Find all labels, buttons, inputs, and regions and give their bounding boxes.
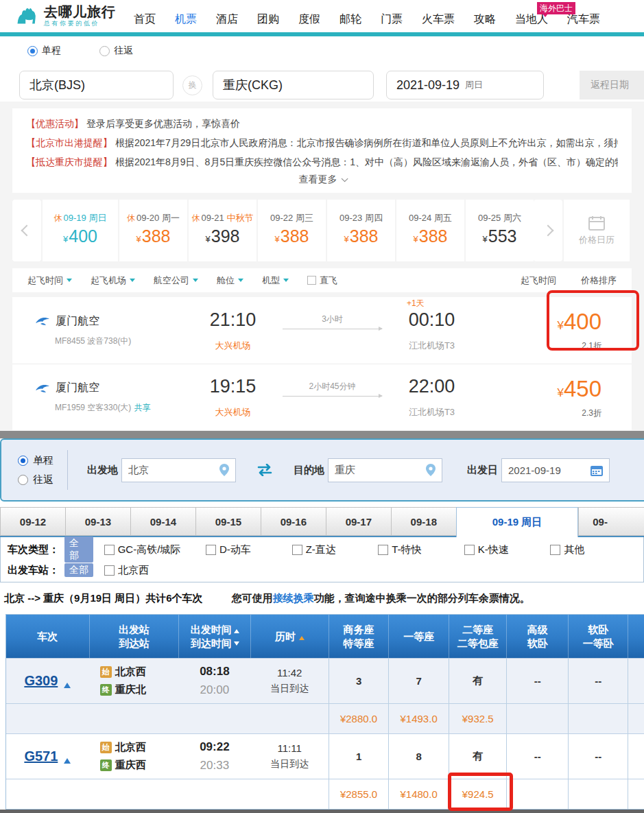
arrival-city-input[interactable]: 重庆(CKG): [213, 71, 374, 99]
type-checkbox-gc[interactable]: GC-高铁/城际: [104, 543, 206, 556]
train-row-g309[interactable]: G309 始北京西 终重庆北 08:18 20:00 11:42 当日到达 3 …: [6, 658, 644, 703]
nav-deals[interactable]: 团购: [257, 12, 279, 27]
prev-dates-button[interactable]: [12, 200, 41, 261]
nav-home[interactable]: 首页: [134, 12, 156, 27]
filter-departure-time[interactable]: 起飞时间: [27, 274, 72, 287]
tip-text: 功能，查询途中换乘一次的部分列车余票情况。: [314, 592, 530, 604]
flight-row-mf8455[interactable]: 厦门航空 MF8455 波音738(中) 21:10 大兴机场 3小时 +1天 …: [12, 297, 632, 364]
departure-city-input[interactable]: 北京(BJS): [19, 71, 174, 99]
filter-airline[interactable]: 航空公司: [154, 274, 198, 287]
qunar-logo[interactable]: 去哪儿旅行 总有你要的低价: [14, 3, 116, 30]
sort-by-price[interactable]: 价格排序: [581, 274, 617, 287]
flight-row-mf1959[interactable]: 厦门航空 MF1959 空客330(大)共享 19:15 大兴机场 2小时45分…: [12, 364, 632, 430]
train-tab-0916[interactable]: 09-16: [261, 507, 326, 536]
train-tab-partial[interactable]: 09-: [578, 507, 644, 536]
chevron-down-icon: [283, 279, 289, 285]
departure-time: 21:10: [190, 309, 276, 331]
train-tab-0914[interactable]: 09-14: [130, 507, 195, 536]
train-date-input[interactable]: 2021-09-19: [501, 458, 610, 482]
train-code-link[interactable]: G309: [24, 673, 58, 689]
notice-tag: 【优惠活动】: [26, 118, 84, 129]
train-row-g571[interactable]: G571 始北京西 终重庆西 09:22 20:33 11:11 当日到达 1 …: [6, 733, 644, 779]
date-tab-0920[interactable]: 休09-20 周一 ¥388: [119, 200, 187, 261]
soft-sleeper-availability: --: [568, 734, 628, 779]
train-oneway-radio[interactable]: 单程: [18, 454, 53, 467]
business-seat-count: 1: [329, 734, 388, 779]
type-checkbox-t[interactable]: T-特快: [378, 543, 464, 556]
currency: ¥: [557, 319, 563, 332]
train-roundtrip-radio[interactable]: 往返: [18, 473, 53, 486]
swap-arrows-icon: [255, 464, 274, 476]
header-train-code[interactable]: 车次: [6, 615, 89, 658]
flight-number: MF1959 空客330(大): [55, 403, 131, 412]
train-from-input[interactable]: 北京: [121, 458, 236, 482]
train-tab-0915[interactable]: 09-15: [195, 507, 261, 536]
train-swap-button[interactable]: [255, 464, 274, 476]
flight-price: 450: [564, 376, 601, 401]
currency: ¥: [414, 234, 418, 244]
collapse-arrow-icon[interactable]: [64, 679, 71, 688]
date-tab-0924[interactable]: 09-24 周五 ¥388: [396, 200, 464, 261]
nav-bus[interactable]: 汽车票: [567, 12, 600, 27]
chevron-right-icon: [542, 225, 554, 237]
chevron-down-icon: [193, 279, 198, 285]
direct-flight-checkbox[interactable]: 直飞: [307, 274, 337, 287]
transfer-link[interactable]: 接续换乘: [273, 592, 314, 604]
date-tab-0925[interactable]: 09-25 周六 ¥553: [466, 200, 534, 261]
type-checkbox-k[interactable]: K-快速: [464, 543, 551, 556]
oneway-radio[interactable]: 单程: [27, 45, 61, 57]
xiamen-air-icon: [36, 383, 50, 394]
train-to-input[interactable]: 重庆: [328, 458, 442, 482]
nav-guides[interactable]: 攻略: [474, 12, 496, 27]
train-tab-0918[interactable]: 09-18: [391, 507, 456, 536]
train-tab-0919-selected[interactable]: 09-19 周日: [456, 507, 578, 537]
type-checkbox-d[interactable]: D-动车: [206, 543, 292, 556]
header-duration-sort[interactable]: 历时: [250, 615, 329, 658]
nav-cruise[interactable]: 邮轮: [339, 12, 361, 27]
date-tab-0923[interactable]: 09-23 周四 ¥388: [327, 200, 395, 261]
arrival-time: 20:33: [200, 759, 230, 773]
train-tab-0913[interactable]: 09-13: [65, 507, 130, 536]
all-stations-badge[interactable]: 全部: [64, 563, 93, 577]
nav-trains[interactable]: 火车票: [422, 12, 455, 27]
type-checkbox-z[interactable]: Z-直达: [292, 543, 379, 556]
date-tab-0919[interactable]: 休09-19 周日 ¥400: [43, 200, 118, 261]
arrival-time: 20:00: [200, 683, 230, 697]
swap-cities-button[interactable]: 换: [182, 75, 202, 95]
nav-flights[interactable]: 机票: [175, 12, 197, 27]
header-second-seat: 二等座 二等包座: [449, 615, 506, 658]
date-tab-0921[interactable]: 休09-21 中秋节 ¥398: [189, 200, 257, 261]
train-code-link[interactable]: G571: [24, 749, 58, 764]
filter-cabin[interactable]: 舱位: [217, 274, 243, 287]
train-tab-0917[interactable]: 09-17: [326, 507, 391, 536]
flight-duration: 3小时: [276, 314, 389, 325]
from-station: 北京西: [115, 741, 146, 754]
nav-hotels[interactable]: 酒店: [216, 12, 238, 27]
filter-aircraft[interactable]: 机型: [262, 274, 289, 287]
train-tab-0912[interactable]: 09-12: [0, 507, 65, 536]
filter-departure-airport[interactable]: 起飞机场: [91, 274, 135, 287]
date-value: 2021-09-19: [508, 464, 561, 476]
all-types-badge[interactable]: 全部: [64, 537, 93, 563]
view-more-button[interactable]: 查看更多: [26, 172, 618, 190]
overseas-bus-badge[interactable]: 海外巴士: [537, 2, 575, 14]
price-calendar-button[interactable]: 价格日历: [564, 200, 630, 261]
type-checkbox-other[interactable]: 其他: [550, 543, 636, 556]
train-search-form: 单程 往返 出发地 北京 目的地 重庆 出发日 2021-09-19: [0, 438, 644, 502]
roundtrip-radio[interactable]: 往返: [99, 45, 133, 57]
airline-name: 厦门航空: [56, 314, 99, 329]
sort-by-time[interactable]: 起飞时间: [521, 274, 556, 287]
nav-vacation[interactable]: 度假: [298, 12, 320, 27]
date-tab-0922[interactable]: 09-22 周三 ¥388: [258, 200, 326, 261]
departure-date-input[interactable]: 2021-09-19 周日: [386, 71, 544, 99]
collapse-arrow-icon[interactable]: [64, 755, 71, 764]
header-times-sort[interactable]: 出发时间 到达时间: [178, 615, 250, 658]
station-checkbox-beijingxi[interactable]: 北京西: [104, 564, 191, 577]
return-date-input[interactable]: 返程日期: [580, 71, 644, 99]
end-station-badge: 终: [100, 759, 112, 771]
nav-tickets[interactable]: 门票: [381, 12, 403, 27]
next-dates-button[interactable]: [534, 200, 562, 261]
calendar-icon: [588, 215, 605, 231]
checkbox-icon: [104, 545, 115, 555]
price-row-g309: ¥2880.0 ¥1493.0 ¥932.5: [6, 703, 644, 733]
